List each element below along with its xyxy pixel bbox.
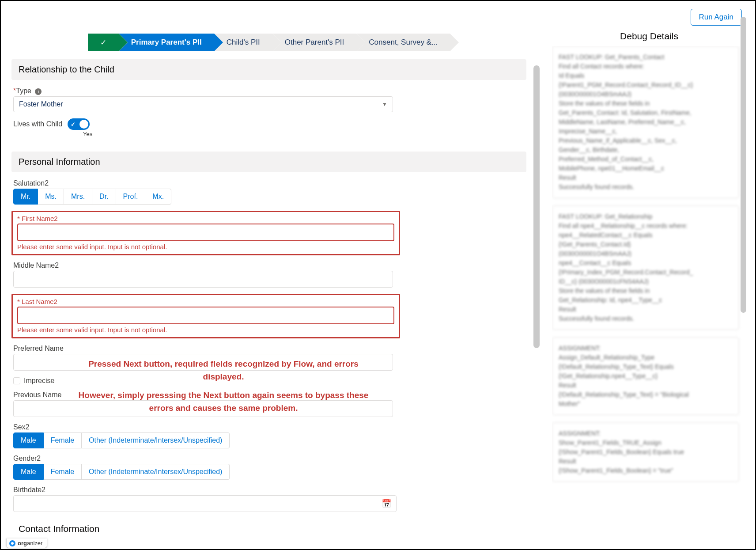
salutation-label: Salutation2 [13,179,526,187]
salutation-mx[interactable]: Mx. [145,189,171,205]
preferred-name-label: Preferred Name [13,345,526,353]
preferred-name-input[interactable] [13,354,393,371]
organizer-badge[interactable]: organizer [6,539,47,548]
check-icon: ✓ [71,121,76,128]
sex-group: Male Female Other (Indeterminate/Interse… [13,432,526,448]
run-again-button[interactable]: Run Again [691,9,742,26]
last-name-input[interactable] [17,307,394,324]
salutation-ms[interactable]: Ms. [38,189,64,205]
last-name-error-msg: Please enter some valid input. Input is … [17,326,394,334]
step-consent-survey[interactable]: Consent, Survey &... [356,34,450,51]
step-other-parent-pii[interactable]: Other Parent's PII [272,34,357,51]
organizer-icon [9,540,15,546]
first-name-error-box: * First Name2 Please enter some valid in… [11,211,400,255]
salutation-mr[interactable]: Mr. [13,189,38,205]
check-icon: ✓ [100,38,106,47]
type-select[interactable]: Foster Mother ▼ [13,96,393,112]
lives-with-child-label: Lives with Child [13,120,62,128]
toggle-knob [79,120,88,129]
calendar-icon[interactable]: 📅 [382,499,391,508]
info-icon[interactable]: i [35,88,42,95]
section-contact-info: Contact Information [11,518,526,539]
debug-card: ASSIGNMENT: Assign_Default_Relationship_… [552,337,739,415]
sex-male[interactable]: Male [13,432,44,448]
gender-male[interactable]: Male [13,464,44,480]
debug-card: FAST LOOKUP: Get_Parents_Contact Find al… [552,46,739,198]
toggle-caption: Yes [83,131,526,137]
imprecise-checkbox[interactable] [13,377,20,384]
type-label: *Type i [13,87,526,95]
salutation-dr[interactable]: Dr. [92,189,116,205]
last-name-label: * Last Name2 [17,298,394,305]
imprecise-label: Imprecise [24,377,54,385]
type-value: Foster Mother [19,100,63,108]
debug-card: ASSIGNMENT: Show_Parent1_Fields_TRUE_Ass… [552,422,739,482]
sex-label: Sex2 [13,423,526,431]
last-name-error-box: * Last Name2 Please enter some valid inp… [11,294,400,338]
salutation-group: Mr. Ms. Mrs. Dr. Prof. Mx. [13,189,526,205]
chevron-down-icon: ▼ [382,101,387,107]
flow-stepper: ✓ Primary Parent's PII Child's PII Other… [11,34,526,51]
lives-with-child-toggle[interactable]: ✓ [68,118,90,130]
salutation-mrs[interactable]: Mrs. [64,189,92,205]
sex-other[interactable]: Other (Indeterminate/Intersex/Unspecifie… [82,432,230,448]
gender-other[interactable]: Other (Indeterminate/Intersex/Unspecifie… [82,464,230,480]
gender-female[interactable]: Female [44,464,82,480]
step-completed[interactable]: ✓ [88,34,119,51]
debug-card: FAST LOOKUP: Get_Relationship Find all n… [552,205,739,330]
first-name-input[interactable] [17,224,394,241]
first-name-error-msg: Please enter some valid input. Input is … [17,243,394,250]
debug-details-title: Debug Details [552,31,746,42]
step-primary-parent-pii[interactable]: Primary Parent's PII [119,34,214,51]
gender-group: Male Female Other (Indeterminate/Interse… [13,464,526,480]
middle-name-input[interactable] [13,271,393,288]
section-personal-info: Personal Information [11,152,526,172]
previous-name-label: Previous Name [13,391,526,399]
birthdate-label: Birthdate2 [13,486,526,494]
first-name-label: * First Name2 [17,215,394,222]
salutation-prof[interactable]: Prof. [116,189,146,205]
sex-female[interactable]: Female [44,432,82,448]
middle-name-label: Middle Name2 [13,262,526,269]
previous-name-input[interactable] [13,400,393,417]
gender-label: Gender2 [13,455,526,463]
birthdate-input[interactable] [13,495,397,512]
section-relationship: Relationship to the Child [11,59,526,80]
